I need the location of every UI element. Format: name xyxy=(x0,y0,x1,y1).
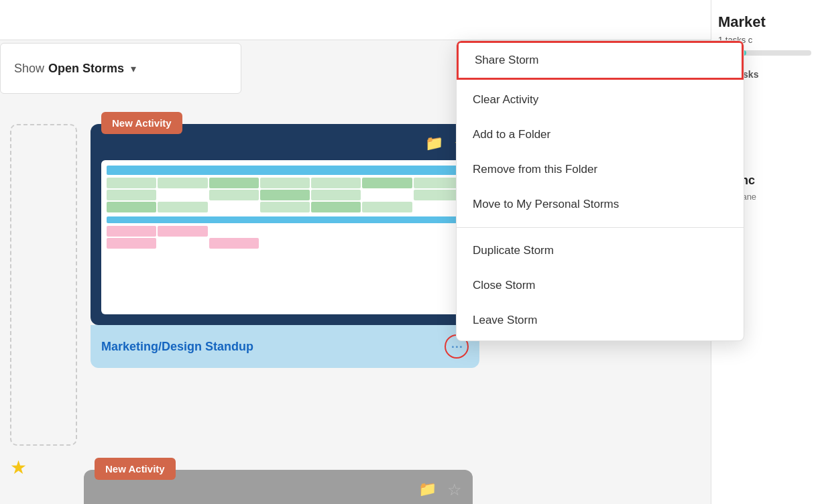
star-icon-outline[interactable]: ☆ xyxy=(447,481,462,499)
cards-row: New Activity 📁 ★ xyxy=(10,124,493,446)
cal-grid-1 xyxy=(107,178,463,212)
cal-cell xyxy=(362,238,412,249)
leave-storm-item[interactable]: Leave Storm xyxy=(457,303,744,338)
close-storm-item[interactable]: Close Storm xyxy=(457,268,744,303)
cal-cell xyxy=(158,178,207,188)
cal-row2-header xyxy=(107,216,463,223)
move-to-personal-label: Move to My Personal Storms xyxy=(473,198,619,210)
cal-cell xyxy=(107,238,156,249)
cal-cell xyxy=(362,190,412,200)
storm-card-2: New Activity 📁 ☆ xyxy=(84,470,473,504)
cal-cell xyxy=(260,202,310,212)
cal-cell xyxy=(158,238,207,249)
card2-top-icons: 📁 ☆ xyxy=(95,481,462,499)
top-bar xyxy=(0,0,818,40)
cal-cell xyxy=(209,202,259,212)
cal-cell xyxy=(209,226,259,237)
duplicate-storm-label: Duplicate Storm xyxy=(473,244,554,257)
clear-activity-item[interactable]: Clear Activity xyxy=(457,82,744,117)
cal-cell xyxy=(311,226,361,237)
cal-cell xyxy=(209,178,259,188)
menu-group-1: Clear Activity Add to a Folder Remove fr… xyxy=(457,80,744,225)
move-to-personal-item[interactable]: Move to My Personal Storms xyxy=(457,187,744,222)
leave-storm-label: Leave Storm xyxy=(473,314,537,326)
cal-grid-2 xyxy=(107,226,463,249)
storms-dropdown[interactable]: Show Open Storms ▾ xyxy=(0,43,241,94)
cal-cell xyxy=(260,238,310,249)
right-panel-title: Market xyxy=(718,13,811,31)
cal-section-2 xyxy=(107,226,463,249)
cal-cell xyxy=(209,190,259,200)
storm-card-1: New Activity 📁 ★ xyxy=(91,124,479,368)
cal-cell xyxy=(311,190,361,200)
close-storm-label: Close Storm xyxy=(473,279,536,292)
menu-group-2: Duplicate Storm Close Storm Leave Storm xyxy=(457,231,744,340)
cards-row-2: ★ New Activity 📁 ☆ xyxy=(10,456,493,504)
new-activity-badge: New Activity xyxy=(101,112,182,134)
cal-cell xyxy=(260,226,310,237)
storm-card-bottom: Marketing/Design Standup ⋯ xyxy=(91,325,479,368)
cal-cell xyxy=(311,238,361,249)
cal-cell xyxy=(107,178,156,188)
cards-area: New Activity 📁 ★ xyxy=(0,104,503,504)
card2-placeholder: ★ xyxy=(10,456,77,504)
open-storms-label: Open Storms xyxy=(48,62,124,76)
cal-cell xyxy=(107,190,156,200)
cal-cell xyxy=(107,226,156,237)
storm-title[interactable]: Marketing/Design Standup xyxy=(101,340,253,354)
cal-cell xyxy=(362,202,412,212)
card-placeholder xyxy=(10,124,77,446)
share-storm-item[interactable]: Share Storm xyxy=(457,41,744,80)
duplicate-storm-item[interactable]: Duplicate Storm xyxy=(457,233,744,268)
remove-from-folder-item[interactable]: Remove from this Folder xyxy=(457,152,744,187)
cal-cell xyxy=(107,202,156,212)
cal-cell xyxy=(158,202,207,212)
cal-cell xyxy=(260,178,310,188)
cal-cell xyxy=(362,226,412,237)
share-storm-label: Share Storm xyxy=(475,54,538,66)
card-top-icons: 📁 ★ xyxy=(101,135,469,153)
ellipsis-icon: ⋯ xyxy=(451,339,463,354)
calendar-thumbnail xyxy=(101,160,469,314)
cal-section-1 xyxy=(107,178,463,212)
cal-cell xyxy=(260,190,310,200)
menu-divider xyxy=(457,227,744,228)
cal-cell xyxy=(311,178,361,188)
star-icon-2[interactable]: ★ xyxy=(10,457,27,478)
storm-card-inner: New Activity 📁 ★ xyxy=(91,124,479,325)
cal-cell xyxy=(209,238,259,249)
remove-from-folder-label: Remove from this Folder xyxy=(473,163,597,176)
context-menu: Share Storm Clear Activity Add to a Fold… xyxy=(456,40,744,341)
folder-icon-2[interactable]: 📁 xyxy=(418,481,436,499)
new-activity-badge-2: New Activity xyxy=(95,458,176,480)
storm-card-2-inner: New Activity 📁 ☆ xyxy=(84,470,473,504)
cal-cell xyxy=(362,178,412,188)
folder-icon[interactable]: 📁 xyxy=(425,135,443,153)
show-label: Show xyxy=(14,62,44,76)
cal-cell xyxy=(158,190,207,200)
cal-header xyxy=(107,166,463,175)
chevron-down-icon: ▾ xyxy=(131,62,136,75)
add-to-folder-label: Add to a Folder xyxy=(473,128,550,141)
cal-cell xyxy=(158,226,207,237)
cal-cell xyxy=(311,202,361,212)
add-to-folder-item[interactable]: Add to a Folder xyxy=(457,117,744,152)
clear-activity-label: Clear Activity xyxy=(473,93,538,106)
